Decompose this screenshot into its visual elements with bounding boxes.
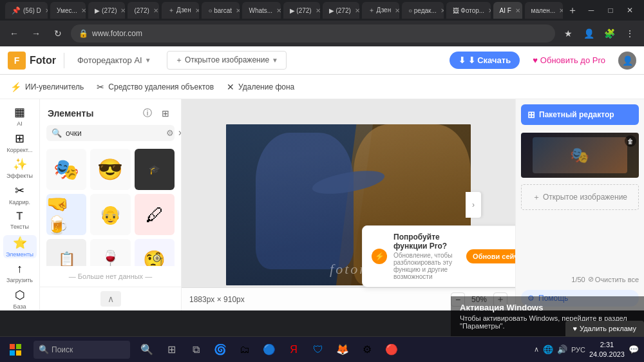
canvas-area: fotor › 1883px × 910px − 50% ＋ — [182, 99, 515, 310]
taskbar-edge-btn[interactable]: 🌀 — [209, 338, 232, 361]
tab-1[interactable]: 📌(56) D✕ — [5, 2, 48, 19]
forward-button[interactable]: → — [27, 24, 45, 43]
taskbar-widgets-btn[interactable]: ⊞ — [160, 338, 183, 361]
sidebar-item-elements[interactable]: ⭐ Элементы — [3, 235, 37, 259]
tab-12[interactable]: 🖼 Фотор...✕ — [446, 2, 491, 19]
fotor-logo-text: Fotor — [30, 55, 56, 66]
taskbar-app2-btn[interactable]: 🔴 — [380, 338, 403, 361]
element-item-2[interactable]: 😎 — [90, 149, 130, 190]
new-tab-btn[interactable]: ＋ — [565, 1, 580, 19]
start-button[interactable] — [0, 337, 31, 363]
maximize-button[interactable]: □ — [601, 3, 620, 17]
system-tray: ∧ 🌐 🔊 РУС 2:31 24.09.2023 💬 — [529, 340, 644, 359]
taskbar: 🔍 Поиск 🔍 ⊞ ⧉ 🌀 🗂 🔵 Я 🛡 🦊 ⚙ 🔴 ∧ 🌐 🔊 РУС … — [0, 336, 644, 362]
sidebar-item-upload[interactable]: ↑ Загрузить — [3, 261, 37, 285]
user-avatar[interactable]: 👤 — [618, 52, 636, 70]
notification-btn[interactable]: 💬 — [629, 345, 639, 354]
promo-upgrade-btn[interactable]: Обнови сейчас — [466, 249, 515, 263]
taskbar-search-bar[interactable]: 🔍 Поиск — [33, 341, 130, 359]
sidebar-ai-label: AI — [17, 120, 23, 127]
svg-rect-0 — [10, 344, 15, 349]
tab-14[interactable]: малeн...✕ — [525, 2, 564, 19]
remove-ads-button[interactable]: ♥ Удалить рекламу — [565, 321, 644, 336]
tab-5[interactable]: ＋ Дзен✕ — [162, 2, 199, 19]
help-button[interactable]: ⚙ Помощь — [521, 290, 639, 307]
language-indicator: РУС — [571, 346, 585, 354]
elements-search-input[interactable] — [66, 129, 162, 138]
tab-2[interactable]: Умес...✕ — [50, 2, 86, 19]
extensions-btn[interactable]: 🧩 — [600, 24, 618, 43]
element-item-7[interactable]: 📋 — [46, 239, 86, 266]
system-clock[interactable]: 2:31 24.09.2023 — [589, 340, 625, 359]
add-image-btn[interactable]: ＋ Открытое изображение — [521, 184, 639, 210]
taskbar-app1-btn[interactable]: ⚙ — [355, 338, 379, 361]
text-icon: T — [17, 211, 23, 222]
image-delete-btn-1[interactable]: 🗑 — [625, 135, 636, 147]
tab-11[interactable]: ○ редак...✕ — [402, 2, 444, 19]
remove-ads-label: Удалить рекламу — [580, 325, 636, 332]
bg-remover-tool[interactable]: ✕ Удаление фона — [227, 82, 294, 92]
taskbar-files-btn[interactable]: 🗂 — [233, 338, 256, 361]
tool-label: Фоторедактор AI — [77, 55, 142, 65]
tab-7[interactable]: Whats...✕ — [242, 2, 280, 19]
close-button[interactable]: ✕ — [621, 3, 639, 17]
add-image-label: Открытое изображение — [543, 193, 627, 202]
tab-3[interactable]: ▶ (272)✕ — [88, 2, 125, 19]
panel-image-1[interactable]: 🎭 🗑 — [521, 133, 639, 178]
title-bar: 📌(56) D✕ Умес...✕ ▶ (272)✕ (272)✕ ＋ Дзен… — [0, 0, 644, 21]
element-item-3[interactable]: 🎓 — [135, 149, 175, 190]
heart-icon: ♥ — [533, 55, 538, 65]
open-image-btn[interactable]: ＋ Открытое изображение ▼ — [167, 51, 287, 70]
taskbar-chrome-btn[interactable]: 🔵 — [258, 338, 281, 361]
taskbar-search-placeholder: Поиск — [52, 345, 73, 354]
open-image-label: ＋ Открытое изображение — [175, 55, 269, 66]
photo-editor-tool-btn[interactable]: Фоторедактор AI ▼ — [72, 53, 156, 68]
sidebar-effects-label: Эффекты — [6, 173, 33, 179]
taskbar-multitask-btn[interactable]: ⧉ — [184, 338, 207, 361]
zoom-out-btn[interactable]: − — [451, 292, 465, 307]
taskbar-yandex-btn[interactable]: Я — [282, 338, 305, 361]
sidebar-item-ai[interactable]: ▦ AI — [3, 104, 37, 128]
bookmark-btn[interactable]: ★ — [559, 24, 577, 43]
panel-grid-btn[interactable]: ⊞ — [158, 106, 173, 121]
sidebar-item-effects[interactable]: ✨ Эффекты — [3, 157, 37, 180]
tab-active[interactable]: AI F✕ — [493, 2, 522, 19]
ai-upscaler-tool[interactable]: ⚡ ИИ-увеличитель — [10, 82, 84, 92]
profile-btn[interactable]: 👤 — [580, 24, 598, 43]
sidebar-item-crop[interactable]: ✂ Кадрир. — [3, 183, 37, 207]
scroll-up-btn[interactable]: ∧ — [100, 291, 121, 307]
promo-title: Попробуйте функции Pro? — [393, 233, 460, 251]
taskbar-shield-btn[interactable]: 🛡 — [307, 338, 330, 361]
panel-info-btn[interactable]: ⓘ — [140, 106, 155, 121]
back-button[interactable]: ← — [5, 24, 23, 43]
tray-expand-btn[interactable]: ∧ — [534, 345, 539, 354]
reload-button[interactable]: ↻ — [49, 24, 67, 43]
tab-4[interactable]: (272)✕ — [128, 2, 159, 19]
sidebar-item-correction[interactable]: ⊞ Коррект... — [3, 131, 37, 155]
tab-8[interactable]: ▶ (272)✕ — [283, 2, 320, 19]
zoom-in-btn[interactable]: ＋ — [493, 292, 507, 307]
element-item-1[interactable]: 🎭 — [46, 149, 86, 190]
element-item-5[interactable]: 👴 — [90, 194, 130, 235]
address-bar[interactable]: 🔒 www.fotor.com — [71, 24, 555, 43]
taskbar-browser2-btn[interactable]: 🦊 — [331, 338, 354, 361]
element-item-6[interactable]: 🖊 — [135, 194, 175, 235]
taskbar-search-icon[interactable]: 🔍 — [135, 338, 158, 361]
upgrade-button[interactable]: ♥ Обновить до Pro — [525, 52, 613, 69]
settings-btn[interactable]: ⋮ — [621, 24, 639, 43]
element-item-4[interactable]: 🤜🍺 — [46, 194, 86, 235]
canvas-next-btn[interactable]: › — [466, 192, 481, 218]
object-remover-tool[interactable]: ✂ Средство удаления объектов — [97, 82, 214, 92]
tab-6[interactable]: ○ barcat✕ — [202, 2, 240, 19]
element-item-8[interactable]: 🍷 — [90, 239, 130, 266]
sidebar-item-base[interactable]: ⬡ Бaзa — [3, 287, 37, 311]
tab-9[interactable]: ▶ (272)✕ — [323, 2, 359, 19]
download-button[interactable]: ⬇ ⬇ Скачать — [450, 52, 520, 69]
tab-10[interactable]: ＋ Дзен✕ — [362, 2, 399, 19]
batch-editor-btn[interactable]: ⊞ Пакетный редактор — [521, 104, 639, 125]
clear-all-btn[interactable]: ⊘ Очистить все — [588, 275, 639, 283]
element-item-9[interactable]: 🧐 — [135, 239, 175, 266]
ai-upscaler-label: ИИ-увеличитель — [25, 82, 84, 91]
minimize-button[interactable]: ─ — [582, 3, 600, 17]
sidebar-item-text[interactable]: T Тексты — [3, 209, 37, 233]
